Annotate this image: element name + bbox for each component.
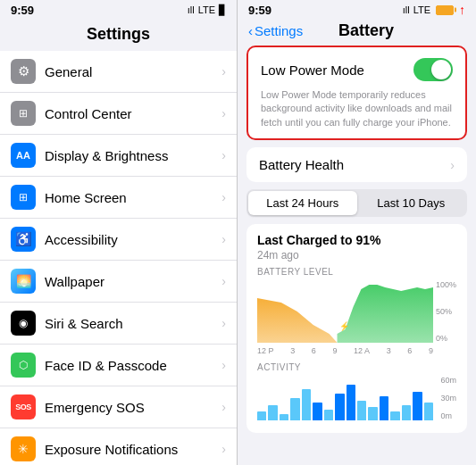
home-screen-label: Home Screen [45,190,221,205]
activity-bar [357,401,366,421]
chevron-icon: › [221,400,226,414]
settings-item-display[interactable]: AA Display & Brightness › [0,135,237,177]
general-icon: ⚙ [11,59,36,84]
activity-bar [290,398,299,420]
activity-bar [302,389,311,420]
battery-icon: ▊ [219,4,226,16]
low-power-mode-toggle[interactable] [413,58,453,81]
back-chevron-icon: ‹ [248,23,253,38]
settings-item-emergency-sos[interactable]: SOS Emergency SOS › [0,386,237,428]
battery-chart-svg: ⚡ [257,280,433,343]
last-10-days-button[interactable]: Last 10 Days [357,191,466,215]
battery-y-labels: 100% 50% 0% [436,280,456,343]
battery-health-label: Battery Health [259,157,450,172]
settings-item-general[interactable]: ⚙ General › [0,51,237,93]
activity-bar [257,411,266,420]
chevron-icon: › [221,232,226,246]
activity-y-30m: 30m [440,394,456,403]
left-status-icons: ıll LTE ▊ [188,4,226,16]
siri-label: Siri & Search [45,316,221,331]
x-label-6: 6 [312,346,316,355]
right-status-bar: 9:59 ıll LTE ↑ [238,0,476,20]
left-panel-title: Settings [0,20,237,51]
chevron-icon: › [221,64,226,79]
battery-health-card: Battery Health › [246,147,467,182]
x-label-12p: 12 P [257,346,274,355]
chevron-icon: › [221,190,226,204]
activity-y-0m: 0m [440,411,456,420]
x-label-9: 9 [332,346,337,355]
right-panel-title: Battery [303,21,465,40]
activity-bar [347,385,355,420]
activity-bar [313,403,322,420]
emergency-sos-label: Emergency SOS [45,400,221,415]
activity-bar [280,414,288,421]
wallpaper-icon: 🌅 [11,269,36,294]
control-center-icon: ⊞ [11,101,36,126]
settings-item-siri[interactable]: ◉ Siri & Search › [0,303,237,345]
settings-item-wallpaper[interactable]: 🌅 Wallpaper › [0,261,237,303]
exposure-icon: ✳ [11,436,36,461]
activity-bar [413,392,422,421]
settings-item-exposure[interactable]: ✳ Exposure Notifications › [0,428,237,465]
activity-bar [390,411,399,420]
battery-health-chevron: › [450,158,455,172]
lpm-description: Low Power Mode temporarily reduces backg… [261,88,453,129]
settings-list: ⚙ General › ⊞ Control Center › AA Displa… [0,51,237,465]
battery-x-labels: 12 P 3 6 9 12 A 3 6 9 [257,346,433,355]
chevron-icon: › [221,106,226,120]
activity-bar [268,405,277,421]
y-label-0: 0% [436,334,456,343]
battery-arrow-icon: ↑ [459,3,465,17]
face-id-icon: ⬡ [11,353,36,378]
right-lte-label: LTE [413,4,430,15]
settings-item-home-screen[interactable]: ⊞ Home Screen › [0,177,237,219]
x-label-3: 3 [290,346,295,355]
chart-subtitle: 24m ago [257,249,456,262]
y-label-50: 50% [436,307,456,316]
wallpaper-label: Wallpaper [45,274,221,289]
battery-chart-section: Last Charged to 91% 24m ago BATTERY LEVE… [246,224,467,433]
lpm-label: Low Power Mode [261,62,364,78]
right-time: 9:59 [248,4,271,17]
right-nav: ‹ Settings Battery [238,20,476,46]
settings-item-accessibility[interactable]: ♿ Accessibility › [0,219,237,261]
chevron-icon: › [221,358,226,372]
face-id-label: Face ID & Passcode [45,358,221,373]
activity-bar [402,405,411,421]
svg-text:⚡: ⚡ [339,321,349,333]
accessibility-label: Accessibility [45,232,221,247]
battery-health-item[interactable]: Battery Health › [246,147,467,182]
battery-chart: ⚡ 100% 50% 0% [257,280,456,343]
settings-item-control-center[interactable]: ⊞ Control Center › [0,93,237,135]
activity-bar [324,410,333,421]
battery-chart-area: ⚡ [257,280,433,343]
home-screen-icon: ⊞ [11,185,36,210]
x-label-9a: 9 [429,346,433,355]
signal-icon: ıll [188,4,195,15]
right-signal-icon: ıll [403,4,410,15]
back-button[interactable]: ‹ Settings [248,23,303,38]
right-panel: 9:59 ıll LTE ↑ ‹ Settings Battery Low Po… [238,0,476,465]
activity-bar [335,394,344,420]
chevron-icon: › [221,148,226,162]
chevron-icon: › [221,316,226,330]
battery-level-indicator [434,5,454,15]
chevron-icon: › [221,274,226,288]
display-label: Display & Brightness [45,148,221,163]
battery-level-label: BATTERY LEVEL [257,267,456,277]
activity-bar [424,403,433,420]
last-24-hours-button[interactable]: Last 24 Hours [248,191,357,215]
left-panel: 9:59 ıll LTE ▊ Settings ⚙ General › ⊞ Co… [0,0,238,465]
activity-label: ACTIVITY [257,362,456,372]
activity-chart-area [257,376,433,420]
back-label: Settings [255,23,303,38]
settings-item-face-id[interactable]: ⬡ Face ID & Passcode › [0,345,237,386]
activity-y-60m: 60m [440,376,456,385]
activity-bar [368,407,377,420]
accessibility-icon: ♿ [11,227,36,252]
chevron-icon: › [221,442,226,456]
general-label: General [45,64,221,79]
activity-chart: 60m 30m 0m [257,376,456,420]
exposure-label: Exposure Notifications [45,442,221,457]
